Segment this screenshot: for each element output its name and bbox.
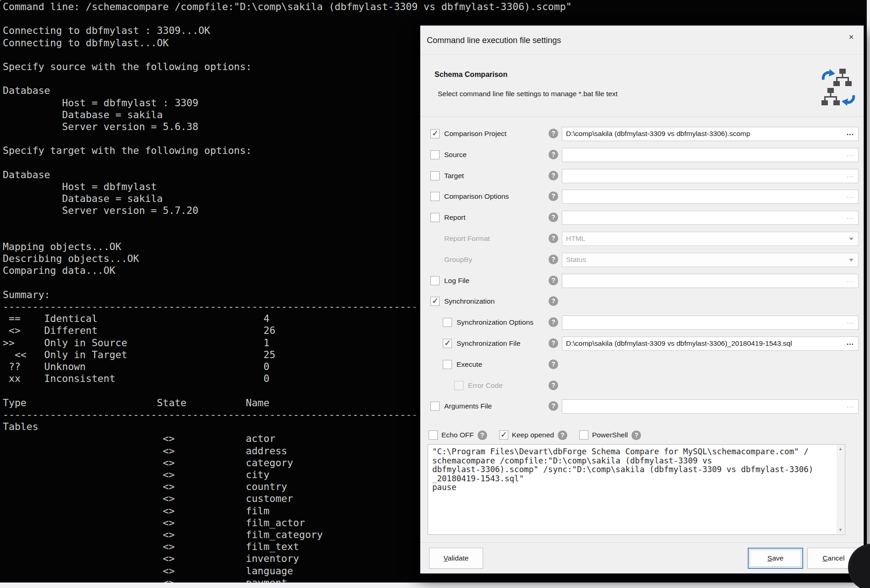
chevron-down-icon[interactable] (849, 259, 854, 261)
browse-icon[interactable]: … (846, 128, 854, 137)
check-icon: ✓ (444, 338, 451, 348)
option-powershell: PowerShell? (579, 430, 641, 440)
comparison-options-input[interactable]: … (562, 190, 859, 204)
comparison-options-checkbox[interactable] (430, 192, 440, 201)
echo-off-label: Echo OFF (441, 431, 474, 439)
error-code-label: Error Code (468, 381, 503, 390)
arguments-file-input[interactable]: … (562, 399, 859, 414)
check-icon: ✓ (500, 430, 507, 440)
check-icon: ✓ (432, 128, 439, 138)
help-icon[interactable]: ? (549, 381, 558, 390)
log-file-label: Log File (444, 277, 469, 285)
comparison-project-label: Comparison Project (444, 130, 506, 138)
keep-opened-label: Keep opened (512, 431, 554, 439)
scroll-up-icon[interactable]: ▲ (837, 445, 844, 453)
browse-icon[interactable]: … (846, 317, 854, 326)
help-icon[interactable]: ? (549, 401, 558, 411)
option-echo-off: Echo OFF? (429, 430, 487, 440)
groupby-input[interactable]: Status (562, 253, 859, 267)
row-source: Source?… (420, 145, 864, 166)
schema-compare-icon (821, 68, 856, 107)
row-comparison-project: ✓Comparison Project?D:\comp\sakila (dbfm… (420, 124, 864, 145)
help-icon[interactable]: ? (549, 171, 558, 180)
command-line-settings-dialog: Command line execution file settings × S… (420, 25, 864, 574)
synchronization-options-checkbox[interactable] (443, 318, 452, 327)
report-format-value: HTML (566, 234, 843, 243)
comparison-project-checkbox[interactable]: ✓ (430, 129, 440, 138)
browse-icon[interactable]: … (846, 338, 854, 347)
row-synchronization: ✓Synchronization? (420, 291, 864, 312)
help-icon[interactable]: ? (558, 430, 567, 440)
synchronization-checkbox[interactable]: ✓ (430, 297, 440, 306)
execute-checkbox[interactable] (443, 360, 452, 369)
save-button[interactable]: Save (748, 548, 803, 569)
option-keep-opened: ✓Keep opened? (499, 430, 567, 440)
report-format-input[interactable]: HTML (562, 232, 859, 246)
help-icon[interactable]: ? (549, 276, 558, 285)
target-input[interactable]: … (562, 169, 859, 183)
keep-opened-checkbox[interactable]: ✓ (499, 430, 508, 440)
synchronization-file-input[interactable]: D:\comp\sakila (dbfmylast-3309 vs dbfmyl… (562, 337, 859, 351)
help-icon[interactable]: ? (549, 296, 558, 306)
row-comparison-options: Comparison Options?… (420, 186, 864, 207)
bat-text: "C:\Program Files\Devart\dbForge Schema … (428, 445, 845, 492)
target-label: Target (444, 172, 464, 180)
error-code-checkbox[interactable] (454, 381, 463, 390)
target-checkbox[interactable] (430, 171, 440, 180)
execute-label: Execute (457, 360, 482, 369)
help-icon[interactable]: ? (549, 317, 558, 327)
browse-icon[interactable]: … (846, 191, 854, 200)
row-log-file: Log File?… (420, 271, 864, 292)
chevron-down-icon[interactable] (849, 238, 854, 240)
check-icon: ✓ (432, 296, 439, 305)
help-icon[interactable]: ? (478, 430, 487, 440)
comparison-project-input[interactable]: D:\comp\sakila (dbfmylast-3309 vs dbfmyl… (562, 127, 859, 141)
dialog-rows: ✓Comparison Project?D:\comp\sakila (dbfm… (420, 124, 864, 417)
bat-scrollbar[interactable]: ▲ ▼ (837, 445, 844, 534)
log-file-input[interactable]: … (562, 274, 859, 288)
help-icon[interactable]: ? (631, 430, 641, 440)
browse-icon[interactable]: … (846, 401, 854, 410)
log-file-checkbox[interactable] (430, 276, 440, 285)
help-icon[interactable]: ? (549, 338, 558, 348)
section-divider (420, 116, 864, 117)
help-icon[interactable]: ? (549, 255, 558, 264)
help-icon[interactable]: ? (549, 129, 558, 138)
arguments-file-checkbox[interactable] (430, 402, 440, 411)
bat-options-row: Echo OFF?✓Keep opened?PowerShell? (429, 428, 641, 442)
bat-text-box[interactable]: "C:\Program Files\Devart\dbForge Schema … (428, 444, 845, 535)
report-checkbox[interactable] (430, 213, 440, 222)
synchronization-options-input[interactable]: … (562, 316, 859, 330)
echo-off-checkbox[interactable] (429, 430, 438, 440)
validate-button[interactable]: Validate (429, 548, 483, 569)
powershell-checkbox[interactable] (579, 430, 588, 440)
powershell-label: PowerShell (592, 431, 628, 439)
arguments-file-label: Arguments File (444, 402, 492, 410)
help-icon[interactable]: ? (549, 212, 558, 222)
dialog-subtitle: Select command line file settings to man… (438, 90, 618, 98)
row-error-code: Error Code? (420, 376, 864, 397)
row-target: Target?… (420, 166, 864, 187)
browse-icon[interactable]: … (846, 170, 854, 180)
row-groupby: GroupBy?Status (420, 250, 864, 271)
row-synchronization-options: Synchronization Options?… (420, 312, 864, 333)
source-input[interactable]: … (562, 148, 859, 162)
synchronization-options-label: Synchronization Options (457, 318, 533, 327)
synchronization-file-value: D:\comp\sakila (dbfmylast-3309 vs dbfmyl… (566, 339, 843, 348)
groupby-value: Status (566, 256, 843, 264)
report-input[interactable]: … (562, 211, 859, 225)
row-synchronization-file: ✓Synchronization File?D:\comp\sakila (db… (420, 333, 864, 354)
help-icon[interactable]: ? (549, 191, 558, 201)
source-checkbox[interactable] (430, 150, 440, 159)
scroll-down-icon[interactable]: ▼ (837, 526, 844, 534)
help-icon[interactable]: ? (549, 150, 558, 159)
groupby-label: GroupBy (444, 256, 472, 264)
synchronization-file-checkbox[interactable]: ✓ (443, 339, 452, 348)
help-icon[interactable]: ? (549, 234, 558, 243)
header-divider (420, 54, 864, 54)
browse-icon[interactable]: … (846, 149, 854, 158)
browse-icon[interactable]: … (846, 275, 854, 284)
close-icon[interactable]: × (845, 31, 857, 43)
browse-icon[interactable]: … (846, 212, 854, 221)
help-icon[interactable]: ? (549, 359, 558, 369)
